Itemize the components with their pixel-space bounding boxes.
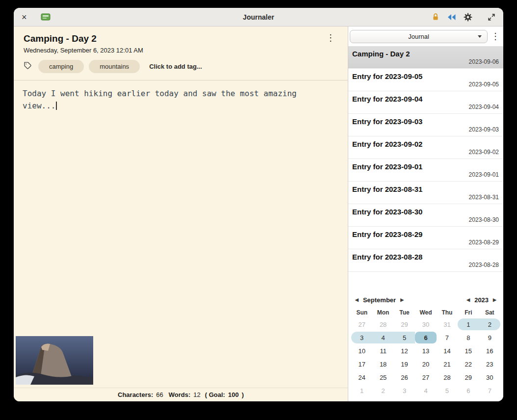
calendar-day[interactable]: 4 [415, 385, 436, 396]
calendar-day[interactable]: 3 [394, 385, 415, 396]
calendar-day[interactable]: 6 [458, 385, 479, 396]
gear-icon[interactable] [464, 13, 472, 22]
calendar-day[interactable]: 8 [458, 332, 479, 343]
calendar-day[interactable]: 29 [458, 371, 479, 383]
fullscreen-icon[interactable] [488, 13, 495, 21]
close-button[interactable]: × [22, 13, 27, 22]
calendar-day[interactable]: 6 [415, 332, 436, 343]
calendar-day[interactable]: 7 [437, 332, 458, 343]
entry-date: 2023-08-30 [469, 216, 499, 223]
calendar-day[interactable]: 12 [394, 345, 415, 357]
app-window: × Journaler [14, 8, 503, 401]
calendar-day[interactable]: 27 [415, 371, 436, 383]
entry-title: Entry for 2023-09-05 [352, 72, 499, 80]
calendar-day[interactable]: 2 [479, 318, 500, 330]
entry-list-item[interactable]: Entry for 2023-08-312023-08-31 [348, 182, 503, 204]
calendar-day[interactable]: 1 [351, 385, 372, 396]
entry-list-item[interactable]: Entry for 2023-08-282023-08-28 [348, 249, 503, 272]
next-month-button[interactable]: ▶ [400, 297, 404, 302]
day-of-week-label: Sun [351, 309, 372, 316]
calendar-day[interactable]: 30 [415, 318, 436, 330]
calendar-day[interactable]: 28 [372, 318, 393, 330]
calendar-day[interactable]: 5 [394, 332, 415, 343]
next-year-button[interactable]: ▶ [493, 297, 496, 302]
calendar-day[interactable]: 23 [479, 358, 500, 370]
sidebar-menu-button[interactable]: ⋮ [490, 31, 501, 42]
entry-title: Entry for 2023-09-04 [352, 95, 499, 103]
entry-list-item[interactable]: Camping - Day 22023-09-06 [348, 46, 503, 69]
calendar-day[interactable]: 2 [372, 385, 393, 396]
characters-value: 66 [156, 391, 163, 398]
words-value: 12 [193, 391, 200, 398]
entry-title: Entry for 2023-08-29 [352, 230, 499, 238]
calendar-day[interactable]: 29 [394, 318, 415, 330]
tag-pill[interactable]: mountains [89, 60, 140, 73]
tag-pill[interactable]: camping [38, 60, 84, 73]
photo-thumbnail[interactable] [16, 336, 93, 385]
calendar-day[interactable]: 4 [372, 332, 393, 343]
calendar-day[interactable]: 20 [415, 358, 436, 370]
titlebar: × Journaler [14, 8, 503, 26]
entry-header: Camping - Day 2 ⋮ Wednesday, September 6… [14, 26, 348, 80]
entry-list-item[interactable]: Entry for 2023-09-022023-09-02 [348, 136, 503, 159]
calendar-day[interactable]: 15 [458, 345, 479, 357]
main-area: Camping - Day 2 ⋮ Wednesday, September 6… [14, 26, 503, 401]
sidebar-toolbar: Journal ⋮ [348, 26, 503, 46]
calendar-day[interactable]: 19 [394, 358, 415, 370]
entry-list-item[interactable]: Entry for 2023-09-052023-09-05 [348, 69, 503, 91]
calendar-day-headers: SunMonTueWedThuFriSat [351, 307, 500, 318]
calendar-day[interactable]: 9 [479, 332, 500, 343]
calendar-day[interactable]: 25 [372, 371, 393, 383]
calendar-day[interactable]: 1 [458, 318, 479, 330]
calendar-header: ◀ September ▶ ◀ 2023 ▶ [351, 294, 500, 306]
day-of-week-label: Thu [437, 309, 458, 316]
day-of-week-label: Fri [458, 309, 479, 316]
entry-list-item[interactable]: Entry for 2023-08-292023-08-29 [348, 227, 503, 249]
calendar-day[interactable]: 28 [437, 371, 458, 383]
calendar-day[interactable]: 31 [437, 318, 458, 330]
calendar-day[interactable]: 7 [479, 385, 500, 396]
calendar-day[interactable]: 10 [351, 345, 372, 357]
calendar-day[interactable]: 17 [351, 358, 372, 370]
calendar-day[interactable]: 22 [458, 358, 479, 370]
goal-suffix: ) [242, 391, 244, 398]
day-of-week-label: Tue [394, 309, 415, 316]
entry-list-item[interactable]: Entry for 2023-09-012023-09-01 [348, 159, 503, 182]
calendar-day[interactable]: 24 [351, 371, 372, 383]
entry-date: 2023-08-28 [469, 262, 499, 268]
entry-list-item[interactable]: Entry for 2023-09-032023-09-03 [348, 114, 503, 136]
calendar-day[interactable]: 5 [437, 385, 458, 396]
lock-icon[interactable] [432, 13, 439, 21]
calendar-day[interactable]: 14 [437, 345, 458, 357]
calendar-day[interactable]: 30 [479, 371, 500, 383]
entry-list-item[interactable]: Entry for 2023-08-302023-08-30 [348, 204, 503, 227]
app-icon [41, 13, 51, 21]
window-title: Journaler [14, 13, 503, 21]
entry-date: 2023-09-05 [469, 81, 499, 88]
characters-label: Characters: [118, 391, 153, 398]
prev-year-button[interactable]: ◀ [466, 297, 470, 302]
tag-icon [24, 61, 32, 72]
calendar-day[interactable]: 13 [415, 345, 436, 357]
prev-month-button[interactable]: ◀ [355, 297, 359, 302]
sidebar: Journal ⋮ Camping - Day 22023-09-06Entry… [348, 26, 503, 401]
calendar-day[interactable]: 27 [351, 318, 372, 330]
rewind-icon[interactable] [447, 14, 456, 21]
calendar-day[interactable]: 3 [351, 332, 372, 343]
entry-title: Entry for 2023-08-28 [352, 253, 499, 261]
calendar-day[interactable]: 21 [437, 358, 458, 370]
entry-title: Entry for 2023-08-31 [352, 185, 499, 193]
entry-date-heading: Wednesday, September 6, 2023 12:01 AM [24, 47, 338, 54]
add-tag-button[interactable]: Click to add tag... [149, 63, 202, 70]
calendar-day[interactable]: 26 [394, 371, 415, 383]
entry-title: Entry for 2023-09-03 [352, 117, 499, 126]
entry-title: Camping - Day 2 [352, 50, 499, 58]
journal-selector-dropdown[interactable]: Journal [350, 30, 488, 43]
calendar-day[interactable]: 18 [372, 358, 393, 370]
entry-date: 2023-08-31 [469, 194, 499, 201]
entry-list-item[interactable]: Entry for 2023-09-042023-09-04 [348, 91, 503, 114]
entry-title: Entry for 2023-09-01 [352, 162, 499, 171]
entry-menu-button[interactable]: ⋮ [323, 33, 338, 42]
calendar-day[interactable]: 11 [372, 345, 393, 357]
calendar-day[interactable]: 16 [479, 345, 500, 357]
